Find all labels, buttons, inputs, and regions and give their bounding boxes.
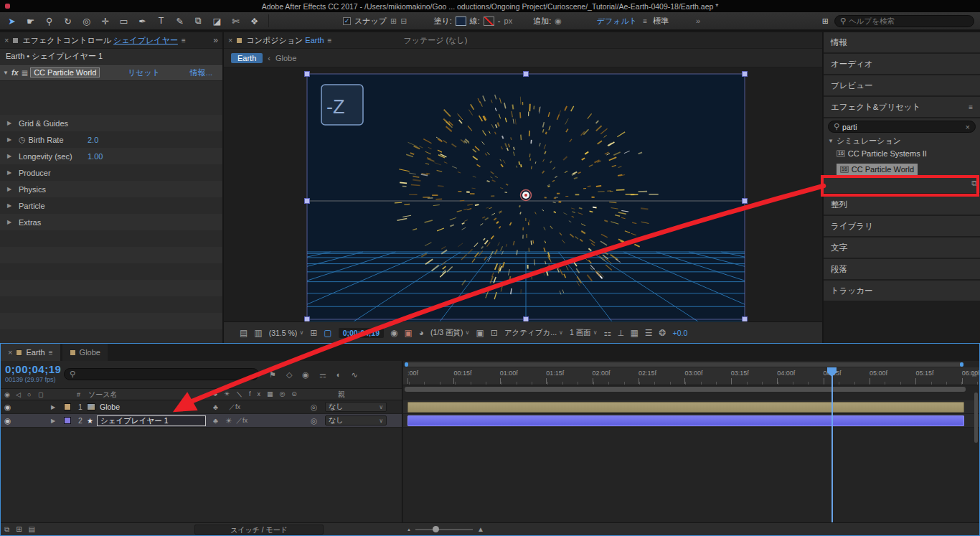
parent-dropdown[interactable]: なし∨ (325, 402, 387, 412)
expand-arrow-icon[interactable]: ▶ (51, 414, 55, 427)
tool-button[interactable]: ✄ (230, 16, 242, 27)
resolution-dropdown[interactable]: (1/3 画質)∨ (430, 328, 469, 338)
tool-button[interactable]: ◪ (211, 16, 223, 27)
expand-arrow-icon[interactable]: ▶ (7, 202, 19, 209)
panel-menu-icon[interactable]: ≡ (328, 37, 332, 44)
show-snapshot-icon[interactable]: ▣ (405, 328, 413, 338)
timeline-toolbar-icon[interactable]: ◐ (336, 370, 341, 380)
current-time-indicator-line[interactable] (831, 367, 833, 522)
collapse-arrow-icon[interactable]: ▼ (3, 70, 9, 76)
effect-property-row[interactable]: ▶ Particle (0, 197, 222, 214)
mask-visibility-icon[interactable]: ▢ (324, 328, 331, 338)
effect-name[interactable]: CC Particle World (30, 67, 100, 77)
libraries-panel-header[interactable]: ライブラリ (824, 216, 980, 236)
region-of-interest-icon[interactable]: ▣ (476, 328, 484, 338)
panel-menu-icon[interactable]: ≡ (49, 349, 53, 357)
navigator-start-handle[interactable] (405, 362, 408, 367)
work-area-bar[interactable] (405, 387, 966, 392)
collapse-arrow-icon[interactable]: ▼ (828, 138, 834, 144)
effect-property-row[interactable]: ▶ Physics (0, 181, 222, 197)
timeline-tab-earth[interactable]: × Earth ≡ (1, 344, 60, 361)
preview-timecode[interactable]: 0;00;04;19 (339, 328, 384, 338)
parent-column-label[interactable]: 親 (338, 389, 345, 400)
effect-property-row[interactable]: ▶ Longevity (sec) 1.00 (0, 148, 222, 164)
eye-toggle[interactable]: ◉ (4, 400, 11, 413)
rulers-icon[interactable]: ⟂ (618, 328, 623, 338)
add-shape-icon[interactable]: ◉ (555, 17, 562, 26)
timeline-zoom-slider[interactable]: ▲ ▲ (407, 525, 484, 533)
effect-property-row[interactable]: ▶ Extras (0, 214, 222, 230)
expand-arrow-icon[interactable]: ▶ (7, 169, 19, 176)
collapse-switch[interactable]: ♣ (213, 400, 218, 413)
guides-icon[interactable]: ▦ (630, 328, 638, 338)
layer-row-globe[interactable]: ◉ ▶ 1 Globe ♣ ／fx ◎ なし∨ (1, 400, 402, 414)
source-name-column[interactable]: ソース名 (88, 389, 117, 400)
expand-arrow-icon[interactable]: ▶ (51, 400, 55, 413)
panel-menu-icon[interactable]: ≡ (182, 37, 186, 44)
tool-button[interactable]: ▭ (118, 16, 130, 27)
workspace-overflow-icon[interactable]: » (696, 17, 700, 25)
footer-toggle-icon[interactable]: ⧉ (4, 525, 9, 534)
grid-guides-icon[interactable]: ⊞ (310, 328, 317, 338)
expand-arrow-icon[interactable]: ▶ (7, 186, 19, 192)
tool-button[interactable]: ✒ (136, 16, 149, 27)
timeline-tab-globe[interactable]: Globe (62, 344, 108, 361)
property-value[interactable]: 1.00 (88, 152, 103, 161)
effect-header-row[interactable]: ▼ fx ▦ CC Particle World リセット 情報... (0, 65, 222, 81)
layer-name-edit-box[interactable]: シェイプレイヤー 1 (97, 415, 206, 426)
composition-tab[interactable]: コンポジション Earth (246, 35, 324, 46)
tool-button[interactable]: ⚲ (43, 16, 55, 27)
effect-property-row[interactable]: ▶ Grid & Guides (0, 115, 222, 131)
layer-bar-globe[interactable] (407, 402, 964, 413)
exposure-value[interactable]: +0.0 (673, 329, 688, 337)
effects-search-box[interactable]: ⚲ × (828, 121, 976, 133)
composition-canvas[interactable]: -Z (224, 67, 822, 321)
layer-name[interactable]: Globe (100, 400, 120, 413)
screen-mode-icon[interactable]: ▥ (254, 328, 262, 338)
panel-menu-icon[interactable]: ≡ (969, 103, 973, 111)
stroke-color-swatch[interactable] (484, 17, 494, 26)
tool-button[interactable]: ☛ (24, 16, 37, 27)
zoom-in-icon[interactable]: ▲ (477, 525, 484, 533)
tool-button[interactable]: ✎ (174, 16, 186, 27)
tool-button[interactable]: ➤ (6, 16, 18, 27)
zoom-out-icon[interactable]: ▲ (407, 527, 411, 532)
tool-button[interactable]: ❖ (248, 16, 260, 27)
effects-presets-panel-header[interactable]: エフェクト&プリセット ≡ (824, 97, 980, 117)
snap-edge-icon[interactable]: ⊟ (400, 17, 407, 26)
audio-panel-header[interactable]: オーディオ (824, 54, 980, 74)
close-tab-icon[interactable]: × (4, 36, 9, 44)
effect-reset-button[interactable]: リセット (128, 67, 160, 78)
character-panel-header[interactable]: 文字 (824, 238, 980, 258)
footer-toggle-icon[interactable]: ⊞ (16, 525, 22, 534)
effect-item-particle-world[interactable]: 16 CC Particle World (837, 164, 918, 175)
workspace-menu-icon[interactable]: ≡ (643, 17, 647, 25)
label-color-chip[interactable] (64, 417, 71, 424)
comp-marker-bin-icon[interactable]: ⌸ (972, 370, 976, 379)
solo-switch[interactable]: ☀ (225, 414, 232, 427)
snapshot-camera-icon[interactable]: ◉ (390, 328, 397, 338)
eye-toggle[interactable]: ◉ (4, 414, 11, 427)
effect-property-row[interactable]: ▶ Producer (0, 164, 222, 181)
new-preset-icon[interactable]: ⧉ (971, 179, 977, 188)
timeline-vertical-scrollbar[interactable] (974, 392, 978, 443)
close-tab-icon[interactable]: × (8, 348, 12, 357)
tool-button[interactable]: ↻ (62, 16, 74, 27)
breadcrumb-globe[interactable]: Globe (275, 54, 296, 62)
help-search-input[interactable] (849, 17, 969, 25)
tool-button[interactable]: ⧉ (192, 16, 204, 27)
preview-monitor-icon[interactable]: ▤ (240, 328, 248, 338)
tracker-panel-header[interactable]: トラッカー (824, 281, 980, 301)
timeline-search-input[interactable] (78, 370, 253, 379)
magnification-dropdown[interactable]: (31.5 %)∨ (269, 329, 304, 337)
effect-info-button[interactable]: 情報... (190, 67, 212, 78)
property-value[interactable]: 2.0 (88, 136, 98, 144)
clear-search-icon[interactable]: × (966, 123, 970, 131)
camera-view-dropdown[interactable]: アクティブカ...∨ (504, 328, 563, 338)
label-color-chip[interactable] (64, 403, 71, 410)
category-simulation[interactable]: ▼ シミュレーション (824, 135, 980, 147)
timeline-toolbar-icon[interactable]: ⚎ (319, 370, 326, 380)
time-ruler[interactable]: :00f00:15f01:00f01:15f02:00f02:15f03:00f… (403, 367, 979, 385)
switches-modes-button[interactable]: スイッチ / モード (194, 525, 324, 535)
navigator-end-handle[interactable] (960, 362, 963, 367)
